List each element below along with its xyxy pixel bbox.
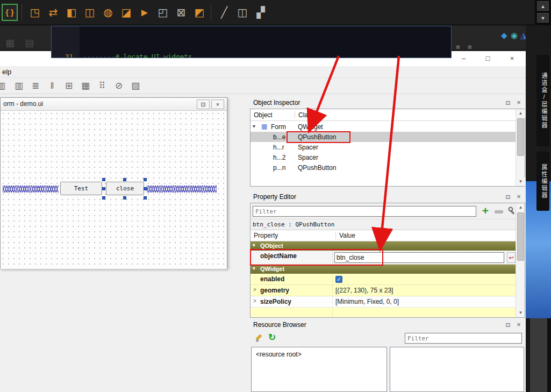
close-button[interactable]: × [500, 51, 524, 66]
float-panel-icon[interactable]: ⊡ [504, 320, 512, 329]
horizontal-spacer-2[interactable] [147, 186, 217, 193]
tab-channel-box[interactable]: 通道盒/层编辑器 [536, 55, 549, 146]
tree-row-spacer[interactable]: h...r Spacer [251, 142, 516, 152]
crease-set-icon[interactable]: ⊠ [173, 4, 189, 20]
expand-icon[interactable]: > [253, 287, 256, 293]
float-panel-icon[interactable]: ⊡ [504, 98, 512, 107]
selection-handle[interactable] [144, 187, 147, 190]
mirror-icon[interactable]: ⇄ [45, 4, 61, 20]
menu-lines-icon[interactable]: ≡ [468, 43, 472, 51]
scroll-up-button[interactable]: ▲ [537, 1, 549, 11]
test-button[interactable]: Test [60, 182, 102, 195]
resource-root-item[interactable]: <resource root> [256, 351, 302, 358]
selection-handle[interactable] [123, 178, 126, 181]
indent-dots: ········ [83, 53, 115, 58]
expander-icon[interactable]: ▾ [253, 123, 255, 129]
property-filter-input[interactable] [253, 206, 476, 217]
menu-help[interactable]: elp [2, 68, 11, 76]
layout-splitter-icon[interactable]: ‖ [45, 80, 59, 92]
scroll-up-icon[interactable]: ▲ [516, 203, 525, 212]
remove-dynamic-property-button[interactable] [495, 210, 503, 213]
property-editor-titlebar[interactable]: Property Editor ⊡ × [250, 191, 525, 203]
section-qobject[interactable]: ▾ QObject [251, 241, 516, 251]
edit-widgets-icon[interactable]: ▥ [0, 80, 8, 92]
selection-handle[interactable] [144, 178, 147, 181]
poly-modeling-icon[interactable]: ◳ [27, 4, 43, 20]
scroll-down-button[interactable]: ▼ [537, 13, 549, 23]
form-window-titlebar[interactable]: orm - demo.ui ⊡ × [1, 98, 227, 111]
adjust-size-icon[interactable]: ⊞ [62, 80, 76, 92]
edge-flow-icon[interactable]: ◫ [234, 4, 251, 20]
layout-form-icon[interactable]: ⠿ [95, 80, 109, 92]
form-canvas[interactable]: Test close [1, 111, 227, 269]
multi-cut-icon[interactable]: ▞ [253, 4, 269, 20]
resource-preview-pane[interactable] [390, 347, 524, 392]
section-qwidget[interactable]: ▾ QWidget [251, 265, 516, 274]
tree-row-pushbutton[interactable]: p...n QPushButton [251, 162, 516, 173]
scroll-up-icon[interactable]: ▲ [516, 109, 525, 118]
property-row-enabled[interactable]: enabled ✓ [251, 274, 516, 285]
close-pushbutton[interactable]: close [106, 182, 144, 195]
shelf-icon-a[interactable]: ▦ [5, 37, 15, 49]
tab-attribute-editor[interactable]: 属性编辑器 [536, 152, 549, 211]
scroll-down-icon[interactable]: ▼ [516, 177, 525, 186]
modeling-toolkit-button[interactable]: { } [2, 4, 18, 21]
poly-sphere-icon[interactable]: ◍ [100, 4, 116, 20]
inspector-scrollbar[interactable]: ▲ ▼ [516, 109, 525, 186]
target-weld-icon[interactable]: ◩ [191, 4, 207, 20]
close-panel-icon[interactable]: × [514, 98, 523, 107]
poly-arrow-icon[interactable]: ► [137, 4, 153, 20]
toolbar-separator [211, 4, 211, 20]
menu-lines-icon[interactable]: ≡ [456, 43, 460, 51]
expand-icon[interactable]: > [253, 298, 256, 304]
maximize-button[interactable]: □ [476, 51, 500, 66]
poly-plane-icon[interactable]: ◪ [118, 4, 134, 20]
simplify-layout-icon[interactable]: ▨ [128, 80, 142, 92]
selection-handle[interactable] [144, 196, 147, 199]
poly-extrude-icon[interactable]: ◫ [82, 4, 98, 20]
break-layout-icon[interactable]: ⊘ [112, 80, 126, 92]
property-editor-panel: Property Editor ⊡ × + ▾ btn_close : QPus… [250, 191, 525, 318]
form-close-button[interactable]: × [211, 99, 224, 109]
selection-handle[interactable] [123, 196, 126, 199]
enabled-checkbox[interactable]: ✓ [335, 276, 342, 283]
tree-row-btn-close[interactable]: b...e QPushButton [251, 132, 516, 142]
resource-filter-input[interactable] [405, 333, 522, 344]
cache-status-icon[interactable]: ◉ [511, 31, 518, 40]
float-panel-icon[interactable]: ⊡ [504, 193, 512, 201]
add-dynamic-property-button[interactable]: + [480, 205, 491, 217]
scrollbar-thumb[interactable] [517, 212, 524, 261]
object-inspector-titlebar[interactable]: Object Inspector ⊡ × [250, 97, 525, 109]
reset-property-button[interactable]: ↩ [507, 252, 516, 263]
selection-handle[interactable] [102, 187, 105, 190]
tree-row-form[interactable]: ▾ ▦ Form QWidget [251, 122, 516, 132]
close-panel-icon[interactable]: × [514, 193, 523, 201]
selection-handle[interactable] [102, 196, 105, 199]
property-row-objectname[interactable]: objectName ↩ [251, 251, 516, 265]
form-restore-button[interactable]: ⊡ [197, 99, 210, 109]
objectname-value-input[interactable] [334, 252, 504, 263]
user-status-icon[interactable]: ◆ [501, 31, 507, 40]
layout-grid-icon[interactable]: ▦ [78, 80, 92, 92]
close-panel-icon[interactable]: × [514, 320, 523, 329]
layout-horizontally-icon[interactable]: ≣ [28, 80, 42, 92]
edit-resources-pencil-icon[interactable] [254, 333, 265, 344]
resource-browser-titlebar[interactable]: Resource Browser ⊡ × [250, 319, 525, 331]
resource-tree-pane[interactable]: <resource root> [251, 347, 387, 392]
property-row-sizepolicy[interactable]: > sizePolicy [Minimum, Fixed, 0, 0] [251, 296, 516, 308]
property-row-partial[interactable] [251, 308, 516, 318]
scroll-down-icon[interactable]: ▼ [516, 309, 525, 317]
selection-handle[interactable] [102, 178, 105, 181]
quad-draw-icon[interactable]: ╱ [216, 4, 232, 20]
property-row-geometry[interactable]: > geometry [(227, 130), 75 x 23] [251, 285, 516, 296]
layout-vertically-icon[interactable]: ▥ [12, 80, 26, 92]
horizontal-spacer[interactable] [3, 186, 59, 193]
minimize-button[interactable]: – [452, 51, 476, 66]
property-scrollbar[interactable]: ▲ ▼ [516, 203, 525, 317]
lattice-icon[interactable]: ◰ [155, 4, 171, 20]
tree-row-spacer-2[interactable]: h...2 Spacer [251, 152, 516, 162]
shelf-icon-b[interactable]: ▤ [25, 37, 34, 49]
reload-resources-icon[interactable]: ↻ [268, 332, 276, 343]
poly-cube-icon[interactable]: ◧ [63, 4, 80, 20]
scrollbar-thumb[interactable] [517, 118, 524, 156]
